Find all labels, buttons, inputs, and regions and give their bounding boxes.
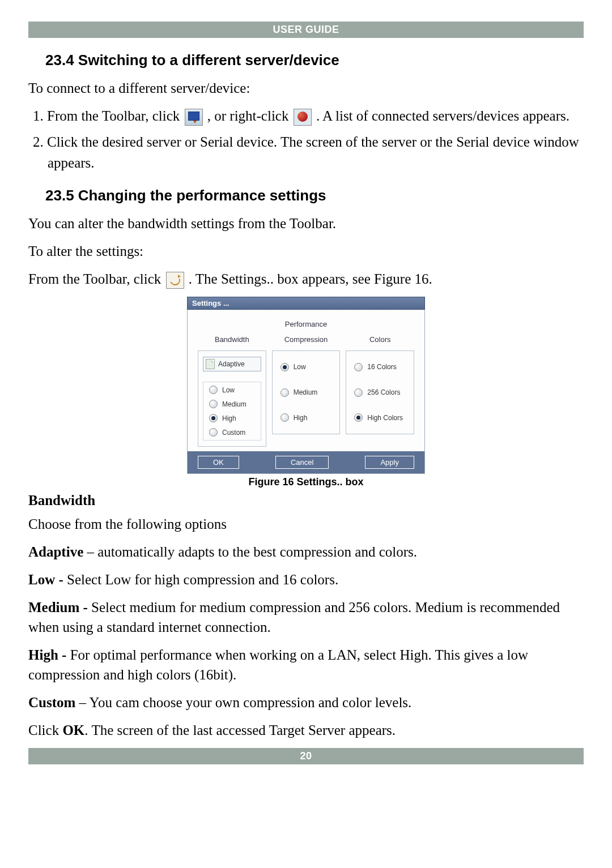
dialog-tab-performance[interactable]: Performance xyxy=(198,318,414,333)
compression-high-label: High xyxy=(294,414,308,422)
adaptive-label: Adaptive xyxy=(28,544,83,559)
apply-button[interactable]: Apply xyxy=(365,456,414,469)
bandwidth-adaptive-button[interactable]: Adaptive xyxy=(203,357,261,371)
dialog-title: Settings ... xyxy=(192,299,230,307)
bandwidth-high-label: High xyxy=(222,414,236,422)
custom-text: – You cam choose your own compression an… xyxy=(75,695,411,710)
section-234-step2: 2. Click the desired server or Serial de… xyxy=(28,132,584,173)
header-title: USER GUIDE xyxy=(273,24,339,35)
col-bandwidth-heading: Bandwidth xyxy=(198,335,266,344)
section-235-heading: 23.5 Changing the performance settings xyxy=(45,187,584,204)
radio-icon xyxy=(209,414,218,422)
dialog-col-bandwidth: Bandwidth Adaptive Low xyxy=(198,333,266,447)
toolbar-server-icon xyxy=(185,109,203,126)
compression-medium-radio[interactable]: Medium xyxy=(277,388,335,397)
col-colors-heading: Colors xyxy=(346,335,414,344)
compression-low-label: Low xyxy=(294,363,306,371)
ok-text-b: . The screen of the last accessed Target… xyxy=(84,722,396,738)
radio-icon xyxy=(280,388,289,397)
bandwidth-heading: Bandwidth xyxy=(28,493,584,508)
p3-text-a: From the Toolbar, click xyxy=(28,271,165,287)
bandwidth-low-label: Low xyxy=(222,386,235,394)
section-235-p2: To alter the settings: xyxy=(28,241,584,261)
section-234-heading: 23.4 Switching to a different server/dev… xyxy=(45,52,584,69)
medium-text: Select medium for medium compression and… xyxy=(28,600,560,635)
adaptive-text: – automatically adapts to the best compr… xyxy=(83,544,417,559)
dialog-col-compression: Compression Low Medium xyxy=(272,333,341,447)
bandwidth-medium-label: Medium xyxy=(222,400,246,408)
header-bar: USER GUIDE xyxy=(28,22,584,38)
step1-text-b: , or right-click xyxy=(207,108,292,123)
ok-text-a: Click xyxy=(28,722,62,738)
low-text: Select Low for high compression and 16 c… xyxy=(67,572,338,587)
dialog-titlebar: Settings ... xyxy=(187,297,425,310)
low-label: Low - xyxy=(28,572,67,587)
bandwidth-adaptive-label: Adaptive xyxy=(218,360,245,368)
radio-icon xyxy=(354,413,363,422)
section-235-p1: You can alter the bandwidth settings fro… xyxy=(28,213,584,233)
section-234-step1: 1. From the Toolbar, click , or right-cl… xyxy=(28,106,584,126)
dialog-tab-area: Performance Bandwidth Adaptive xyxy=(188,310,424,451)
footer-bar: 20 xyxy=(28,748,584,764)
radio-icon xyxy=(209,386,218,394)
bandwidth-custom-desc: Custom – You cam choose your own compres… xyxy=(28,692,584,712)
settings-dialog-figure: Settings ... Performance Bandwidth Adapt… xyxy=(187,297,425,474)
bandwidth-custom-radio[interactable]: Custom xyxy=(206,428,258,437)
section-234-intro: To connect to a different server/device: xyxy=(28,78,584,98)
step1-text-c: . A list of connected servers/devices ap… xyxy=(316,108,570,123)
bandwidth-ok-desc: Click OK. The screen of the last accesse… xyxy=(28,720,584,740)
bandwidth-adaptive-desc: Adaptive – automatically adapts to the b… xyxy=(28,542,584,562)
page-number: 20 xyxy=(300,750,312,762)
high-text: For optimal performance when working on … xyxy=(28,647,528,682)
settings-icon xyxy=(166,272,184,289)
colors-high-radio[interactable]: High Colors xyxy=(351,413,409,422)
document-icon xyxy=(206,359,215,369)
high-label: High - xyxy=(28,647,70,662)
colors-16-radio[interactable]: 16 Colors xyxy=(351,363,409,371)
bandwidth-medium-desc: Medium - Select medium for medium compre… xyxy=(28,597,584,637)
colors-16-label: 16 Colors xyxy=(367,363,396,371)
dialog-body: Performance Bandwidth Adaptive xyxy=(187,310,425,474)
custom-label: Custom xyxy=(28,695,75,710)
colors-high-label: High Colors xyxy=(367,414,403,422)
compression-high-radio[interactable]: High xyxy=(277,413,335,422)
colors-256-radio[interactable]: 256 Colors xyxy=(351,388,409,397)
dialog-col-colors: Colors 16 Colors 256 Colors xyxy=(346,333,414,447)
cancel-button[interactable]: Cancel xyxy=(275,456,329,469)
radio-icon xyxy=(209,428,218,437)
step1-text-a: 1. From the Toolbar, click xyxy=(33,108,184,123)
col-compression-heading: Compression xyxy=(272,335,341,344)
compression-low-radio[interactable]: Low xyxy=(277,363,335,371)
bandwidth-high-desc: High - For optimal performance when work… xyxy=(28,645,584,685)
compression-medium-label: Medium xyxy=(294,388,318,396)
ok-bold: OK xyxy=(62,722,84,738)
bandwidth-high-radio[interactable]: High xyxy=(206,414,258,422)
bandwidth-custom-label: Custom xyxy=(222,429,245,437)
radio-icon xyxy=(354,363,363,371)
radio-icon xyxy=(280,363,289,371)
radio-icon xyxy=(280,413,289,422)
globe-icon xyxy=(294,109,312,126)
radio-icon xyxy=(209,400,218,408)
medium-label: Medium - xyxy=(28,600,91,615)
section-235-p3: From the Toolbar, click . The Settings..… xyxy=(28,269,584,289)
radio-icon xyxy=(354,388,363,397)
ok-button[interactable]: OK xyxy=(198,456,239,469)
dialog-button-bar: OK Cancel Apply xyxy=(188,451,424,473)
bandwidth-medium-radio[interactable]: Medium xyxy=(206,400,258,408)
bandwidth-intro: Choose from the following options xyxy=(28,514,584,534)
bandwidth-low-desc: Low - Select Low for high compression an… xyxy=(28,570,584,589)
bandwidth-low-radio[interactable]: Low xyxy=(206,386,258,394)
colors-256-label: 256 Colors xyxy=(367,388,400,396)
p3-text-b: . The Settings.. box appears, see Figure… xyxy=(189,271,432,287)
figure-16-caption: Figure 16 Settings.. box xyxy=(28,476,584,488)
